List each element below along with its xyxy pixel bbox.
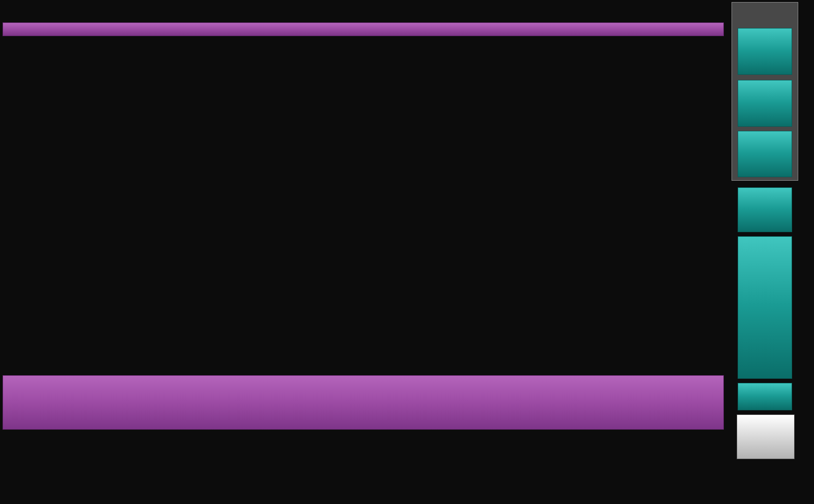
trueaudio-dsps-block [738,131,792,177]
vce-block [738,28,792,75]
top-row [3,3,724,16]
shader-engines [3,42,724,366]
pcie-bus-interface-block [737,414,795,459]
l2-cache [3,375,724,430]
eyefinity-display-controllers-block [738,236,792,379]
uvd-block [738,80,792,127]
global-data-share [3,22,724,36]
memory-row [3,441,724,494]
gpu-architecture-diagram [0,0,814,504]
multimedia-accelerators-box [732,2,798,181]
dma-engines-block [738,383,792,410]
crossfire-xdma-block [738,187,792,232]
